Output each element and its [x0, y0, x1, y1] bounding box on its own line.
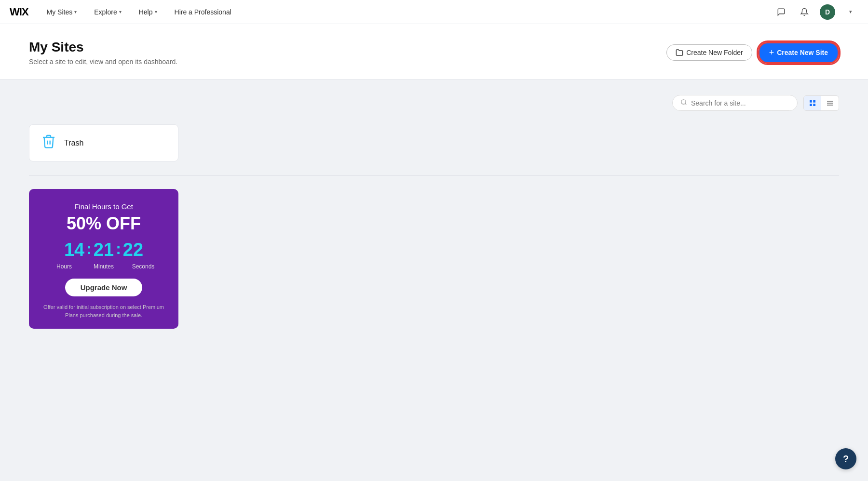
header-left: My Sites Select a site to edit, view and…	[29, 40, 177, 66]
page-header: My Sites Select a site to edit, view and…	[0, 24, 868, 80]
navbar-right: D ▾	[773, 4, 858, 20]
page-subtitle: Select a site to edit, view and open its…	[29, 58, 177, 66]
trash-card[interactable]: Trash	[29, 124, 178, 161]
timer-seconds: 22	[123, 240, 143, 260]
timer-colon-2: :	[116, 240, 121, 258]
timer-colon-1: :	[86, 240, 92, 258]
help-button[interactable]: ?	[835, 448, 856, 469]
messages-icon[interactable]	[773, 4, 789, 20]
header-actions: Create New Folder + Create New Site	[666, 42, 839, 64]
timer-hours: 14	[64, 240, 84, 260]
account-chevron-icon[interactable]: ▾	[843, 4, 858, 20]
upgrade-button[interactable]: Upgrade Now	[65, 279, 143, 296]
explore-chevron-icon: ▾	[119, 9, 122, 14]
promo-fine-print: Offer valid for initial subscription on …	[39, 303, 169, 319]
main-content: Trash Final Hours to Get 50% OFF 14 : 21…	[0, 80, 868, 479]
svg-line-1	[685, 104, 687, 105]
search-bar[interactable]	[672, 95, 798, 111]
create-site-button[interactable]: + Create New Site	[758, 42, 839, 64]
my-sites-chevron-icon: ▾	[74, 9, 77, 14]
svg-rect-2	[810, 100, 812, 103]
search-input[interactable]	[691, 99, 789, 107]
promo-card: Final Hours to Get 50% OFF 14 : 21 : 22 …	[29, 189, 178, 329]
list-view-button[interactable]	[821, 96, 839, 110]
promo-header-text: Final Hours to Get	[39, 202, 169, 211]
promo-discount-text: 50% OFF	[39, 214, 169, 234]
help-chevron-icon: ▾	[155, 9, 157, 14]
svg-rect-5	[813, 104, 815, 106]
navbar: WIX My Sites ▾ Explore ▾ Help ▾ Hire a P…	[0, 0, 868, 24]
nav-my-sites[interactable]: My Sites ▾	[44, 6, 80, 18]
search-icon	[680, 99, 687, 107]
timer-minutes: 21	[94, 240, 114, 260]
content-toolbar	[29, 95, 839, 111]
timer-minutes-label: Minutes	[89, 263, 118, 270]
view-toggle	[803, 95, 839, 111]
timer-hours-label: Hours	[50, 263, 79, 270]
nav-explore[interactable]: Explore ▾	[91, 6, 124, 18]
nav-hire[interactable]: Hire a Professional	[172, 6, 234, 18]
page-title: My Sites	[29, 40, 177, 55]
notifications-icon[interactable]	[797, 4, 812, 20]
nav-help[interactable]: Help ▾	[136, 6, 160, 18]
user-avatar[interactable]: D	[820, 4, 835, 20]
wix-logo[interactable]: WIX	[10, 6, 28, 18]
trash-icon	[41, 134, 56, 152]
section-divider	[29, 175, 839, 175]
timer-labels: Hours Minutes Seconds	[39, 263, 169, 270]
create-folder-button[interactable]: Create New Folder	[666, 44, 752, 61]
grid-view-button[interactable]	[804, 96, 821, 110]
svg-rect-4	[810, 104, 812, 106]
promo-timer: 14 : 21 : 22	[39, 240, 169, 260]
svg-point-0	[681, 100, 686, 104]
svg-rect-3	[813, 100, 815, 103]
folder-icon	[676, 49, 683, 56]
trash-label: Trash	[64, 139, 83, 147]
timer-seconds-label: Seconds	[129, 263, 158, 270]
